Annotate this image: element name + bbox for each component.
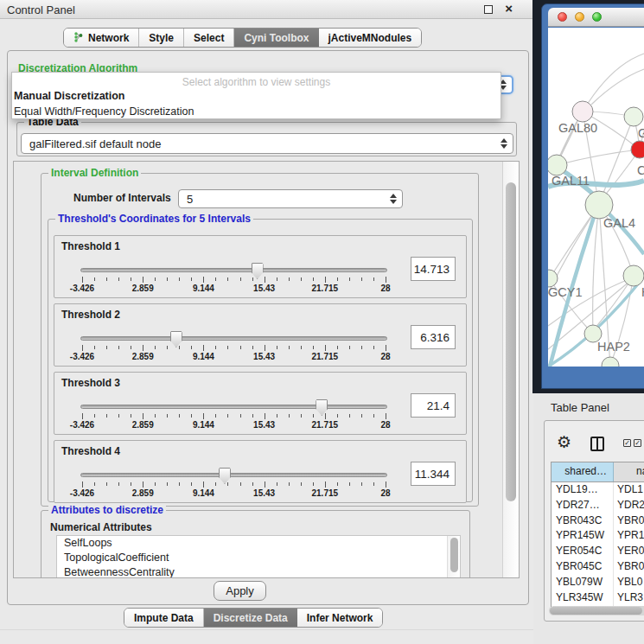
table-hscrollbar-thumb[interactable] [550, 607, 642, 615]
net-node-gal4[interactable] [585, 191, 613, 219]
slider-tick-label: 15.43 [243, 284, 286, 293]
tab-network[interactable]: Network [64, 29, 139, 47]
table-cell[interactable]: YBR043C [552, 513, 614, 529]
apply-button[interactable]: Apply [214, 581, 266, 601]
table-cell[interactable]: YLR345W [552, 590, 614, 606]
zoom-traffic-light-icon[interactable] [592, 12, 602, 22]
table-row[interactable]: YBR043CYBR0 [552, 513, 644, 529]
tab-cyni-toolbox[interactable]: Cyni Toolbox [234, 29, 318, 47]
close-icon[interactable]: × [505, 1, 513, 16]
slider-tick [155, 414, 156, 418]
table-cell[interactable]: YBL079W [552, 575, 614, 590]
slider-tick [179, 414, 180, 418]
threshold-label: Threshold 1 [61, 240, 120, 252]
table-row[interactable]: YDL19…YDL1 [552, 482, 644, 498]
tab-infer-network[interactable]: Infer Network [297, 609, 383, 627]
table-cell[interactable]: YDR2 [614, 498, 644, 513]
network-canvas[interactable]: GAL80GACGAL11GAL4GCY1HHAP2 [548, 28, 644, 367]
column-header-shared-name[interactable]: shared… [552, 462, 614, 481]
table-cell[interactable]: YBR0 [614, 513, 644, 529]
slider-tick [252, 482, 253, 486]
table-cell[interactable]: YBR0 [614, 559, 644, 575]
table-row[interactable]: YPR145WYPR1 [552, 528, 644, 544]
slider-track[interactable] [80, 473, 387, 477]
slider-thumb[interactable] [219, 468, 231, 484]
main-scrollbar-thumb[interactable] [506, 182, 516, 501]
table-cell[interactable]: YPR1 [614, 528, 644, 544]
net-node-gal11[interactable] [548, 155, 567, 175]
net-node-gal80[interactable] [572, 101, 593, 122]
table-cell[interactable]: YER0 [614, 544, 644, 559]
table-cell[interactable]: YDL1 [614, 482, 644, 498]
table-cell[interactable]: YPR145W [552, 528, 614, 544]
algorithm-option-equal-width-frequency-discretization[interactable]: Equal Width/Frequency Discretization [14, 105, 194, 118]
table-cell[interactable]: YBR045C [552, 559, 614, 575]
numerical-attributes-list[interactable]: SelfLoopsTopologicalCoefficientBetweenne… [56, 535, 461, 578]
slider-tick [265, 345, 265, 351]
slider-tick-label: 21.715 [303, 488, 347, 498]
column-header-name[interactable]: na [614, 462, 644, 481]
table-hscrollbar[interactable] [549, 606, 644, 615]
network-window-titlebar[interactable] [548, 8, 644, 27]
attribute-item-topologicalcoefficient[interactable]: TopologicalCoefficient [57, 551, 460, 565]
tab-discretize-data[interactable]: Discretize Data [204, 609, 297, 627]
attributes-scrollbar-thumb[interactable] [450, 538, 458, 572]
net-node-h[interactable] [623, 265, 644, 286]
table-row[interactable]: YDR27…YDR2 [552, 498, 644, 513]
slider-track[interactable] [80, 336, 387, 341]
algorithm-option-manual-discretization[interactable]: Manual Discretization [14, 90, 125, 102]
tab-jactivemnodules[interactable]: jActiveMNodules [319, 29, 422, 47]
slider-tick [143, 413, 143, 419]
slider-track[interactable] [80, 405, 387, 409]
close-traffic-light-icon[interactable] [558, 12, 567, 22]
split-columns-icon[interactable] [590, 437, 604, 451]
slider-thumb[interactable] [252, 263, 264, 279]
main-scrollbar[interactable] [502, 162, 519, 577]
gear-icon[interactable]: ⚙ [557, 434, 571, 450]
threshold-value-field[interactable]: 11.344 [411, 462, 456, 486]
threshold-value-field[interactable]: 14.713 [411, 257, 456, 281]
table-cell[interactable]: YDL19… [552, 482, 614, 498]
attributes-scrollbar[interactable] [447, 536, 460, 578]
table-row[interactable]: YBR045CYBR0 [552, 559, 644, 575]
minimize-traffic-light-icon[interactable] [575, 12, 584, 22]
table-row[interactable]: YER054CYER0 [552, 544, 644, 559]
slider-tick [277, 346, 277, 349]
tab-label: Cyni Toolbox [244, 32, 309, 44]
tab-select[interactable]: Select [184, 29, 234, 47]
slider-tick [82, 345, 83, 351]
table-data-combo[interactable]: galFiltered.sif default node [21, 133, 513, 154]
tab-label: Infer Network [307, 612, 373, 624]
slider-tick-label: 15.43 [243, 420, 286, 430]
interval-definition-title: Interval Definition [48, 167, 141, 179]
slider-thumb[interactable] [170, 331, 182, 348]
net-node-bottom-node[interactable] [602, 357, 619, 367]
slider-tick [325, 413, 326, 419]
threshold-value-field[interactable]: 21.4 [411, 393, 456, 418]
slider-tick [386, 413, 386, 419]
tab-impute-data[interactable]: Impute Data [124, 609, 204, 627]
threshold-value-field[interactable]: 6.316 [411, 325, 456, 349]
table-row[interactable]: YBL079WYBL0 [552, 575, 644, 590]
float-window-icon[interactable] [484, 5, 493, 14]
attribute-item-betweennesscentrality[interactable]: BetweennessCentrality [57, 565, 460, 578]
slider-tick [373, 277, 374, 281]
num-intervals-combo[interactable]: 5 [178, 189, 403, 208]
table-cell[interactable]: YER054C [552, 544, 614, 559]
net-node-ga[interactable] [624, 107, 643, 126]
table-row[interactable]: YLR345WYLR3 [552, 590, 644, 606]
table-cell[interactable]: YLR3 [614, 590, 644, 606]
slider-tick [252, 277, 253, 281]
slider-tick-label: -3.426 [61, 352, 104, 361]
checkbox-icon[interactable]: ✓ [623, 439, 631, 447]
checkbox-icon[interactable]: ✓ [634, 439, 641, 447]
slider-thumb[interactable] [316, 399, 328, 416]
slider-tick [155, 482, 156, 486]
slider-track[interactable] [80, 268, 387, 272]
table-cell[interactable]: YBL0 [614, 575, 644, 590]
table-cell[interactable]: YDR27… [552, 498, 614, 513]
net-node-red-node[interactable] [631, 141, 644, 158]
attribute-item-selfloops[interactable]: SelfLoops [57, 536, 460, 551]
tab-style[interactable]: Style [139, 29, 184, 47]
net-node-gcy1[interactable] [548, 270, 558, 287]
